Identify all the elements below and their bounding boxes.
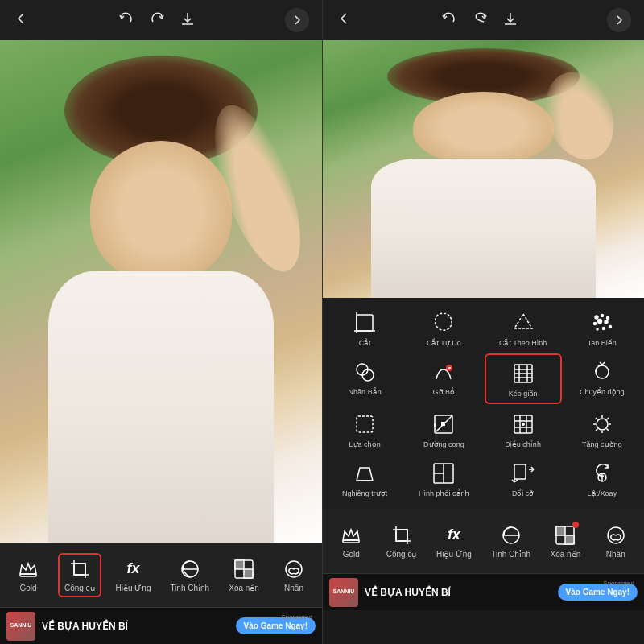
undo-button-left[interactable]: [118, 10, 134, 31]
tool-tan-bien[interactable]: Tan Biến: [564, 304, 641, 352]
checkerboard-icon-left: [233, 558, 255, 580]
svg-point-23: [597, 328, 598, 330]
sticker-icon-left: [283, 558, 305, 580]
svg-rect-8: [244, 569, 253, 578]
tool-cat[interactable]: Cắt: [326, 304, 403, 352]
ad-content-right: Sponsored SANNIU VỀ BỰA HUYỀN BÍ Vào Gam…: [329, 578, 638, 607]
download-button-left[interactable]: [180, 10, 196, 31]
svg-point-48: [597, 419, 608, 430]
undo-button-right[interactable]: [441, 10, 457, 31]
redo-button-right[interactable]: [472, 10, 488, 31]
crown-icon-left: [17, 558, 39, 580]
svg-point-20: [597, 320, 601, 324]
tool-gold-label-left: Gold: [19, 584, 36, 592]
sticker-icon-right: [605, 524, 627, 547]
back-button-left[interactable]: [13, 10, 29, 31]
clone-icon: [351, 358, 378, 386]
tool-nhan-left[interactable]: Nhân: [274, 555, 314, 596]
svg-rect-2: [20, 574, 36, 576]
tool-keo-gian[interactable]: Kéo giãn: [485, 353, 562, 404]
svg-point-19: [593, 323, 596, 325]
tool-dieu-chinh[interactable]: Điều chỉnh: [485, 406, 562, 453]
tool-tinhchinh-right[interactable]: Tinh Chỉnh: [486, 521, 535, 562]
stretch-icon: [510, 360, 537, 387]
bottom-toolbar-left: Gold Công cụ fx Hiệu Ứng: [0, 543, 322, 607]
svg-point-16: [595, 316, 598, 319]
ad-text-right: VỀ BỰA HUYỀN BÍ: [365, 587, 551, 598]
tool-xoannen-left[interactable]: Xóa nền: [224, 555, 264, 596]
svg-marker-15: [514, 314, 532, 328]
tool-cat-theo-hinh[interactable]: Cắt Theo Hình: [485, 304, 562, 352]
forward-button-left[interactable]: [285, 8, 309, 32]
ad-banner-left: Sponsored SANNIU VỀ BỰA HUYỀN BÍ Vào Gam…: [0, 607, 322, 644]
fx-icon-right: fx: [443, 524, 465, 547]
xoannen-badge-right: [572, 522, 579, 528]
svg-point-47: [522, 423, 525, 426]
tool-concu-right[interactable]: Công cụ: [382, 521, 422, 562]
download-button-right[interactable]: [502, 10, 518, 31]
photo-background-left: [0, 40, 322, 543]
svg-line-56: [596, 429, 598, 431]
sponsored-label-left: Sponsored: [281, 613, 312, 621]
tool-lua-chon[interactable]: Lựa chọn: [326, 406, 403, 453]
ad-brand-left: SANNIU: [10, 622, 32, 629]
tool-tang-cuong[interactable]: Tăng cường: [564, 406, 641, 453]
tool-tang-cuong-label: Tăng cường: [582, 440, 622, 448]
crop-icon-left: [68, 558, 91, 580]
tool-nhan-label-left: Nhân: [284, 584, 303, 592]
tool-cat-tu-do[interactable]: Cắt Tự Do: [405, 304, 482, 352]
tool-nghieng-truot[interactable]: Nghiêng trượt: [326, 455, 403, 502]
svg-rect-71: [396, 530, 407, 541]
crop-icon-right: [390, 524, 413, 547]
adjust-icon-left: [179, 558, 201, 580]
tool-nhan-ban[interactable]: Nhân Bản: [326, 353, 403, 404]
remove-obj-icon: [430, 358, 457, 386]
fx-icon-left: fx: [122, 558, 144, 580]
tool-duong-cong-label: Đường cong: [423, 440, 464, 448]
tool-gold-left[interactable]: Gold: [8, 555, 48, 596]
top-bar-left: [0, 0, 322, 40]
tool-nhan-right[interactable]: Nhân: [596, 521, 636, 562]
top-bar-right: [323, 0, 644, 40]
tool-gold-right[interactable]: Gold: [331, 521, 371, 562]
tool-chuyen-dong[interactable]: Chuyển động: [564, 353, 641, 404]
back-button-right[interactable]: [336, 10, 352, 31]
svg-line-36: [602, 362, 605, 365]
tool-hieung-left[interactable]: fx Hiệu Ứng: [111, 555, 156, 596]
tool-duong-cong[interactable]: Đường cong: [405, 406, 482, 453]
tool-xoannen-right[interactable]: Xóa nền: [545, 521, 585, 562]
tool-concu-left[interactable]: Công cụ: [58, 553, 101, 597]
tool-tinhchinh-left[interactable]: Tinh Chỉnh: [165, 555, 214, 596]
tool-hieung-right[interactable]: fx Hiệu Ứng: [431, 521, 477, 562]
left-panel: Gold Công cụ fx Hiệu Ứng: [0, 0, 322, 644]
ad-brand-right: SANNIU: [333, 588, 355, 595]
tool-cat-tu-do-label: Cắt Tự Do: [427, 339, 461, 347]
tool-hieung-label-right: Hiệu Ứng: [436, 550, 472, 559]
tool-cat-label: Cắt: [359, 339, 371, 347]
svg-rect-41: [441, 422, 445, 426]
svg-point-35: [596, 365, 609, 378]
forward-button-right[interactable]: [607, 8, 631, 32]
svg-rect-76: [565, 535, 574, 544]
svg-point-17: [601, 315, 603, 317]
grid-adjust-icon: [510, 411, 537, 438]
collage-icon: [430, 460, 457, 487]
perspective-icon: [351, 460, 378, 487]
crown-icon-right: [340, 524, 362, 547]
redo-button-left[interactable]: [149, 10, 165, 31]
ad-thumb-right: SANNIU: [329, 578, 358, 607]
enhance-icon: [588, 411, 616, 438]
sponsored-label-right: Sponsored: [603, 580, 634, 587]
tool-doi-co-label: Đổi cỡ: [512, 489, 535, 497]
tool-tinhchinh-label-right: Tinh Chỉnh: [491, 550, 530, 559]
top-actions-left: [118, 10, 196, 31]
tool-go-bo[interactable]: Gỡ Bỏ: [405, 353, 482, 404]
tool-lat-xoay[interactable]: Lật/Xoay: [564, 455, 641, 502]
top-actions-right: [441, 10, 518, 31]
tool-doi-co[interactable]: Đổi cỡ: [485, 455, 562, 502]
svg-rect-38: [357, 416, 373, 432]
ad-content-left: Sponsored SANNIU VỀ BỰA HUYỀN BÍ Vào Gam…: [6, 612, 316, 641]
tool-chuyen-dong-label: Chuyển động: [580, 388, 625, 396]
photo-area-right: [323, 40, 644, 298]
tool-hinh-phoi-canh[interactable]: Hình phối cảnh: [405, 455, 482, 502]
